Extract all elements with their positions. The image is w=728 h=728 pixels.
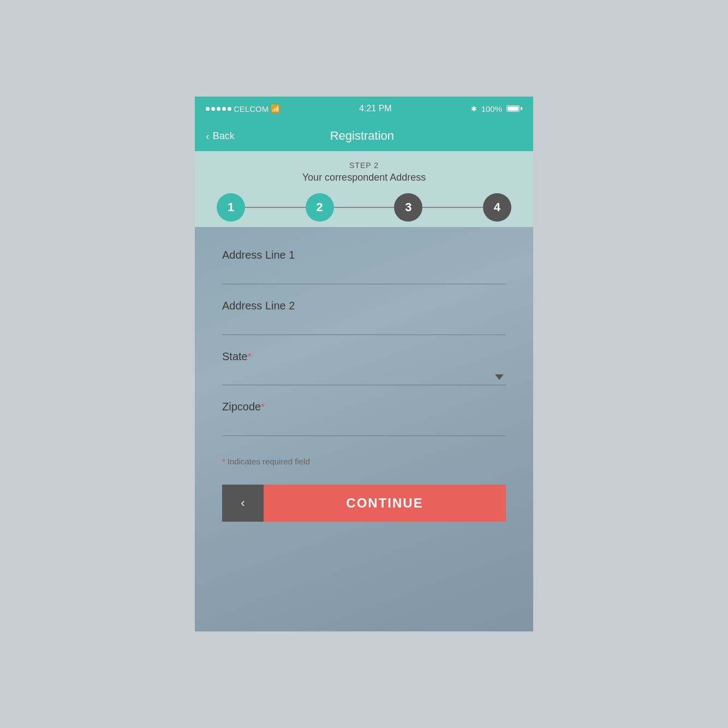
required-note-text: Indicates required field xyxy=(228,457,310,466)
address-line1-input[interactable] xyxy=(222,266,506,284)
phone-frame: CELCOM 📶 4:21 PM ✱ 100% ‹ Back Registrat… xyxy=(195,97,533,631)
address-line1-label: Address Line 1 xyxy=(222,249,506,261)
carrier-label: CELCOM xyxy=(234,104,268,114)
address-line2-label: Address Line 2 xyxy=(222,300,506,312)
state-group: State* xyxy=(222,350,506,385)
nav-title: Registration xyxy=(235,129,490,143)
back-button[interactable]: ‹ xyxy=(222,485,264,522)
state-required-star: * xyxy=(248,351,252,362)
zipcode-input[interactable] xyxy=(222,417,506,436)
state-label: State* xyxy=(222,350,506,363)
chevron-left-icon: ‹ xyxy=(206,130,210,142)
zipcode-group: Zipcode* xyxy=(222,401,506,436)
address-line1-group: Address Line 1 xyxy=(222,249,506,284)
wifi-icon: 📶 xyxy=(271,104,280,113)
continue-button[interactable]: CONTINUE xyxy=(264,485,506,522)
step-4-label: 4 xyxy=(494,200,500,214)
step-4-circle: 4 xyxy=(483,193,511,222)
step-1-label: 1 xyxy=(228,200,234,214)
signal-dots xyxy=(206,107,231,111)
step-3-label: 3 xyxy=(405,200,411,214)
zipcode-required-star: * xyxy=(261,402,265,413)
main-content: Address Line 1 Address Line 2 State* Zip… xyxy=(195,227,533,631)
battery-percent: 100% xyxy=(481,104,502,114)
header-section: STEP 2 Your correspondent Address 1 2 3 … xyxy=(195,151,533,227)
address-line2-input[interactable] xyxy=(222,317,506,335)
bottom-buttons: ‹ CONTINUE xyxy=(222,485,506,522)
status-time: 4:21 PM xyxy=(359,104,392,114)
required-note: * Indicates required field xyxy=(222,457,506,466)
step-3-circle: 3 xyxy=(394,193,422,222)
step-2-circle: 2 xyxy=(306,193,334,222)
address-line2-group: Address Line 2 xyxy=(222,300,506,335)
status-bar: CELCOM 📶 4:21 PM ✱ 100% xyxy=(195,97,533,121)
nav-bar: ‹ Back Registration xyxy=(195,121,533,151)
battery-icon xyxy=(506,105,522,112)
back-nav-label: Back xyxy=(213,130,235,142)
step-2-label: 2 xyxy=(317,200,323,214)
back-chevron-icon: ‹ xyxy=(241,496,244,510)
step-1-circle: 1 xyxy=(217,193,245,222)
step-label: STEP 2 xyxy=(349,161,379,170)
step-title: Your correspondent Address xyxy=(302,172,426,183)
progress-steps: 1 2 3 4 xyxy=(206,193,522,222)
state-select-wrapper xyxy=(222,367,506,385)
status-left: CELCOM 📶 xyxy=(206,104,280,114)
bluetooth-icon: ✱ xyxy=(471,105,477,113)
back-nav-button[interactable]: ‹ Back xyxy=(206,130,235,142)
required-note-star: * xyxy=(222,457,225,466)
zipcode-label: Zipcode* xyxy=(222,401,506,413)
steps-row: 1 2 3 4 xyxy=(217,193,511,222)
state-select[interactable] xyxy=(222,367,506,385)
status-right: ✱ 100% xyxy=(471,104,522,114)
